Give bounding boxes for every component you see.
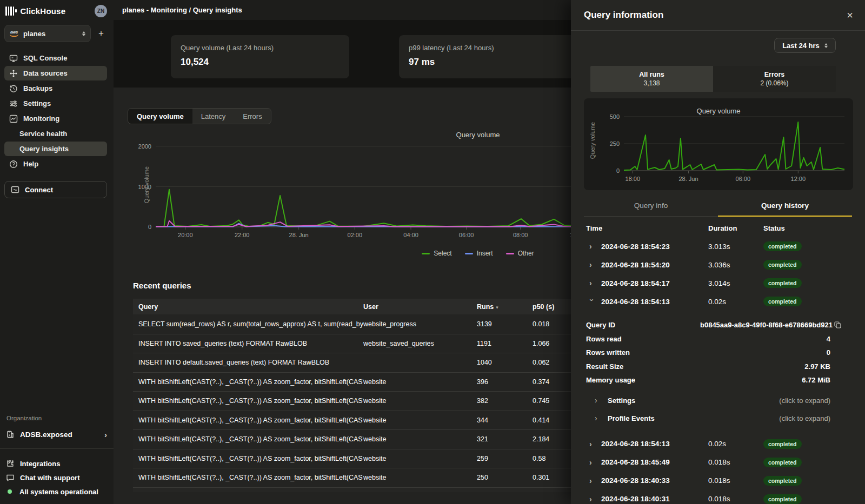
chevron-updown-icon [824,43,828,48]
legend-item[interactable]: Insert [465,250,493,257]
segment[interactable]: All runs 3,138 [590,66,713,92]
tab[interactable]: Query volume [128,109,192,124]
connect-button[interactable]: Connect [4,181,107,198]
segment[interactable]: Errors 2 (0.06%) [713,66,836,92]
history-row[interactable]: ›2024-06-28 18:54:13 0.02s completed [584,292,852,311]
cell-time: ›2024-06-28 18:40:33 [584,476,708,485]
sidebar-item-backups[interactable]: Backups [4,81,107,96]
legend-swatch-icon [422,253,430,254]
chevron-right-icon[interactable]: › [589,260,595,269]
cell-runs: 321 [477,435,533,443]
detail-label: Result Size [586,362,623,371]
cell-query: INSERT INTO default.saved_queries (text)… [138,359,363,366]
detail-value: 2.97 KB [804,362,830,371]
sidebar-item-data-sources[interactable]: Data sources [4,66,107,80]
svg-text:18:00: 18:00 [626,176,641,182]
time-range-select[interactable]: Last 24 hrs [774,38,836,53]
sidebar-item-settings[interactable]: Settings [4,96,107,111]
svg-text:0: 0 [148,224,151,230]
runs-errors-segmented: All runs 3,138 Errors 2 (0.06%) [590,66,836,92]
legend-item[interactable]: Other [506,250,534,257]
chevron-right-icon[interactable]: › [588,299,596,304]
panel-tab[interactable]: Query info [584,198,718,217]
history-rows-top: ›2024-06-28 18:54:23 3.013s completed ›2… [584,237,852,311]
tab[interactable]: Errors [234,109,270,124]
add-service-button[interactable]: + [95,28,107,39]
sidebar-item-query-insights[interactable]: Query insights [4,142,107,156]
cell-runs: 1040 [477,359,533,366]
chat-support-link[interactable]: Chat with support [0,471,114,485]
column-header-duration: Duration [708,224,763,237]
history-row[interactable]: ›2024-06-28 18:54:23 3.013s completed [584,237,852,256]
panel-title: Query information [584,10,663,21]
tab[interactable]: Latency [192,109,235,124]
history-row[interactable]: ›2024-06-28 18:45:49 0.018s completed [584,453,852,472]
segment-value: 2 (0.06%) [760,79,788,87]
breadcrumb: planes - Monitoring / Query insights [122,6,242,14]
cell-query: INSERT INTO saved_queries (text) FORMAT … [138,340,363,347]
chevron-right-icon[interactable]: › [589,279,595,287]
sidebar-item-monitoring[interactable]: Monitoring [4,111,107,126]
history-row[interactable]: ›2024-06-28 18:54:17 3.014s completed [584,274,852,292]
service-name: planes [23,30,78,38]
history-row[interactable]: ›2024-06-28 18:54:13 0.02s completed [584,435,852,453]
history-row[interactable]: ›2024-06-28 18:40:31 0.018s completed [584,490,852,504]
sidebar-item-label: Monitoring [23,115,59,123]
cell-runs: 344 [477,416,533,424]
cell-status: completed [763,476,852,486]
cell-user: website [363,435,477,443]
history-row[interactable]: ›2024-06-28 18:40:33 0.018s completed [584,472,852,490]
legend-item[interactable]: Select [422,250,451,257]
legend-label: Other [518,250,534,257]
panel-tab[interactable]: Query history [718,198,852,217]
copy-icon[interactable] [834,321,841,330]
system-status[interactable]: All systems operational [0,485,114,499]
history-row[interactable]: ›2024-06-28 18:54:20 3.036s completed [584,256,852,274]
sidebar-item-sql-console[interactable]: SQL Console [4,51,107,65]
cell-runs: 382 [477,397,533,405]
sidebar-nav: SQL Console Data sources Backups Setting… [0,51,114,171]
chevron-right-icon[interactable]: › [589,495,595,503]
avatar[interactable]: ZN [95,5,107,17]
detail-row: Memory usage 6.72 MiB [584,373,852,387]
building-icon [5,430,15,439]
status-badge: completed [763,458,802,467]
column-header-status: Status [763,224,852,237]
service-selector[interactable]: aws planes [4,25,91,42]
chevron-right-icon[interactable]: › [589,458,595,467]
sidebar-item-service-health[interactable]: Service health [4,126,107,141]
chart-plot-area[interactable]: 025050018:0028. Jun06:0012:00 [584,98,853,190]
status-badge: completed [763,260,802,270]
column-header-user[interactable]: User [363,303,477,311]
svg-text:04:00: 04:00 [403,232,418,238]
integrations-link[interactable]: Integrations [0,456,114,471]
cell-runs: 250 [477,474,533,481]
query-details: Query ID b0845aa9-a8c9-49f0-8f68-e678669… [584,318,852,387]
sidebar-item-help[interactable]: Help [4,157,107,171]
expandable-row[interactable]: › Profile Events (click to expand) [584,409,852,427]
column-header-runs[interactable]: Runs▾ [477,303,533,311]
chevron-right-icon[interactable]: › [589,476,595,485]
close-icon[interactable]: × [847,10,853,21]
chevron-right-icon[interactable]: › [589,440,595,448]
cell-status: completed [763,278,852,288]
expandable-row[interactable]: › Settings (click to expand) [584,392,852,409]
cell-time: ›2024-06-28 18:54:13 [584,297,708,306]
svg-text:20:00: 20:00 [178,232,193,238]
cell-user: website [363,455,477,462]
sidebar-item-label: Service health [19,130,67,138]
cell-duration: 3.013s [708,243,763,251]
stat-value: 10,524 [181,57,340,68]
cell-duration: 0.02s [708,298,763,306]
svg-text:06:00: 06:00 [459,232,474,238]
detail-label: Query ID [586,321,615,329]
query-information-panel: Query information × Last 24 hrs All runs… [571,0,865,504]
monitor-icon [9,53,18,63]
detail-row: Rows written 0 [584,346,852,360]
chevron-right-icon[interactable]: › [589,242,595,251]
detail-row: Rows read 4 [584,332,852,346]
connect-icon [10,185,19,194]
organization-switcher[interactable]: ADSB.exposed › [0,427,114,442]
cell-duration: 0.02s [708,440,763,448]
column-header-query[interactable]: Query [138,303,363,311]
